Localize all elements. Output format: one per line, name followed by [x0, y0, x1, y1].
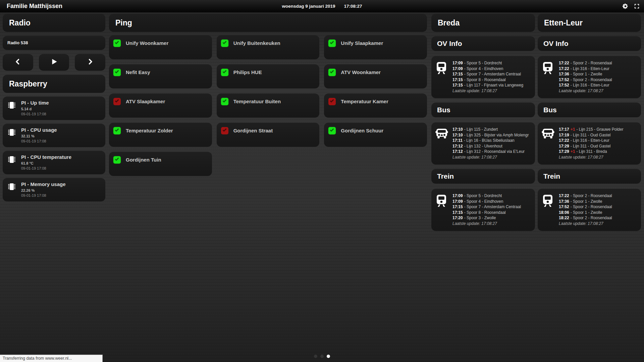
chip-icon: [7, 100, 17, 117]
train-icon: [542, 193, 555, 227]
ping-tile-temperatuur-zolder[interactable]: Temperatuur Zolder: [109, 123, 212, 147]
etten-leur-column: Etten-Leur OV Info 17:22- Spoor 2 - Roos…: [538, 14, 641, 231]
sensor-tile-cpu-temperature: PI - CPU temperature 61.8 °C 09-01-19 17…: [3, 151, 105, 174]
sensor-title: PI - Up time: [21, 100, 101, 106]
ping-tile-label: Unify Slaapkamer: [341, 40, 383, 46]
etten-leur-section-header: Etten-Leur: [538, 14, 641, 32]
sensor-value: 5.14 d: [21, 107, 101, 111]
browser-status-bar: Transferring data from www.weer.nl...: [0, 355, 103, 362]
ping-tile-label: Philips HUE: [233, 69, 262, 75]
etten-leur-trein-panel: 17:22- Spoor 2 - Roosendaal 17:36- Spoor…: [538, 189, 641, 231]
last-update: Laatste update: 17:08:27: [452, 155, 531, 160]
ping-tile-atv-slaapkamer[interactable]: ATV Slaapkamer: [109, 94, 212, 118]
clock: woensdag 9 januari 2019 17:08:27: [282, 0, 362, 12]
etten-leur-bus-header: Bus: [538, 103, 641, 117]
chevron-right-icon: [86, 58, 94, 67]
radio-previous-button[interactable]: [3, 54, 33, 71]
ping-tile-label: Temperatuur Kamer: [341, 99, 388, 104]
raspberry-section-header: Raspberry: [3, 75, 105, 93]
checkbox-icon: [113, 69, 121, 76]
checkbox-icon: [113, 127, 121, 134]
etten-leur-ovinfo-header: OV Info: [538, 36, 641, 51]
fullscreen-icon[interactable]: [633, 3, 640, 10]
ping-tile-label: ATV Woonkamer: [341, 69, 381, 75]
checkbox-icon: [113, 98, 121, 105]
chip-icon: [7, 181, 17, 198]
ping-tile-philips-hue[interactable]: Philips HUE: [217, 64, 320, 88]
ping-tile-label: Nefit Easy: [126, 69, 150, 75]
last-update: Laatste update: 17:08:27: [559, 88, 637, 94]
ping-tile-unify-slaapkamer[interactable]: Unify Slaapkamer: [324, 35, 427, 59]
sensor-timestamp: 09-01-19 17:08: [21, 112, 101, 116]
sensor-tile-cpu-usage: PI - CPU usage 32.11 % 09-01-19 17:08: [3, 124, 105, 147]
breda-trein-header: Trein: [431, 169, 535, 184]
chevron-left-icon: [14, 58, 22, 67]
chip-icon: [7, 154, 17, 171]
breda-column: Breda OV Info 17:09- Spoor 5 - Dordrecht…: [431, 14, 535, 231]
radio-play-button[interactable]: [39, 54, 69, 71]
checkbox-icon: [328, 69, 336, 76]
ping-tile-gordijnen-schuur[interactable]: Gordijnen Schuur: [324, 123, 427, 147]
checkbox-icon: [328, 127, 336, 134]
etten-leur-trein-header: Trein: [538, 169, 641, 184]
etten-leur-bus-panel: 17:17+1- Lijn 215 - Grauwe Polder 17:19-…: [538, 122, 641, 165]
ping-tile-temperatuur-buiten[interactable]: Temperatuur Buiten: [217, 94, 320, 118]
last-update: Laatste update: 17:08:27: [452, 221, 531, 227]
ping-tile-gordijnen-tuin[interactable]: Gordijnen Tuin: [109, 152, 212, 176]
gear-icon[interactable]: [622, 3, 629, 10]
sensor-timestamp: 09-01-19 17:08: [21, 166, 101, 170]
checkbox-icon: [221, 127, 228, 134]
page-dot[interactable]: [327, 355, 330, 358]
ping-tile-label: Temperatuur Zolder: [126, 128, 173, 133]
page-dot[interactable]: [320, 355, 324, 358]
breda-bus-panel: 17:10- Lijn 115 - Zundert 17:10- Lijn 32…: [431, 122, 535, 165]
sensor-value: 22.26 %: [21, 188, 101, 192]
last-update: Laatste update: 17:08:27: [559, 221, 637, 227]
ping-tile-nefit-easy[interactable]: Nefit Easy: [109, 64, 212, 88]
ping-tile-atv-woonkamer[interactable]: ATV Woonkamer: [324, 64, 427, 88]
sensor-title: PI - CPU usage: [21, 127, 101, 133]
breda-trein-panel: 17:09- Spoor 5 - Dordrecht 17:09- Spoor …: [431, 189, 535, 231]
checkbox-icon: [221, 40, 228, 47]
breda-bus-header: Bus: [431, 103, 535, 117]
sensor-timestamp: 09-01-19 17:08: [21, 193, 101, 197]
ping-tile-label: Gordijnen Schuur: [341, 128, 383, 133]
ping-tile-label: ATV Slaapkamer: [126, 99, 165, 104]
train-icon: [542, 60, 555, 94]
sensor-title: PI - CPU temperature: [21, 154, 101, 160]
ping-tile-temperatuur-kamer[interactable]: Temperatuur Kamer: [324, 94, 427, 118]
checkbox-icon: [328, 98, 336, 105]
ping-tile-label: Gordijnen Straat: [233, 128, 273, 133]
ping-tile-label: Temperatuur Buiten: [233, 99, 281, 104]
sensor-title: PI - Memory usage: [21, 181, 101, 187]
ping-tile-label: Unify Buitenkeuken: [233, 40, 280, 46]
bus-icon: [435, 127, 449, 160]
current-date: woensdag 9 januari 2019: [282, 4, 335, 9]
ping-tile-gordijnen-straat[interactable]: Gordijnen Straat: [217, 123, 320, 147]
bus-icon: [542, 127, 555, 160]
checkbox-icon: [328, 40, 336, 47]
radio-station-label: Radio 538: [3, 36, 105, 50]
page-title: Familie Matthijssen: [7, 0, 62, 12]
ping-tile-unify-woonkamer[interactable]: Unify Woonkamer: [109, 35, 212, 59]
checkbox-icon: [113, 156, 121, 164]
checkbox-icon: [221, 98, 228, 105]
ping-tile-label: Unify Woonkamer: [126, 40, 168, 46]
sensor-value: 32.11 %: [21, 134, 101, 138]
page-indicator: [314, 355, 330, 358]
ping-section-header: Ping: [109, 14, 427, 32]
top-bar: Familie Matthijssen woensdag 9 januari 2…: [0, 0, 644, 12]
radio-raspberry-column: Radio Radio 538 Raspberry PI - Up time 5…: [3, 14, 105, 201]
checkbox-icon: [221, 69, 228, 76]
radio-next-button[interactable]: [75, 54, 105, 71]
chip-icon: [7, 127, 17, 144]
sensor-tile-memory-usage: PI - Memory usage 22.26 % 09-01-19 17:08: [3, 178, 105, 201]
etten-leur-ovinfo-panel: 17:22- Spoor 2 - Roosendaal 17:22- Lijn …: [538, 56, 641, 98]
ping-tile-unify-buitenkeuken[interactable]: Unify Buitenkeuken: [217, 35, 320, 59]
sensor-value: 61.8 °C: [21, 161, 101, 165]
ping-tile-label: Gordijnen Tuin: [126, 157, 161, 163]
play-icon: [50, 57, 58, 67]
page-dot[interactable]: [314, 355, 317, 358]
last-update: Laatste update: 17:08:27: [452, 88, 531, 94]
train-icon: [435, 193, 449, 227]
